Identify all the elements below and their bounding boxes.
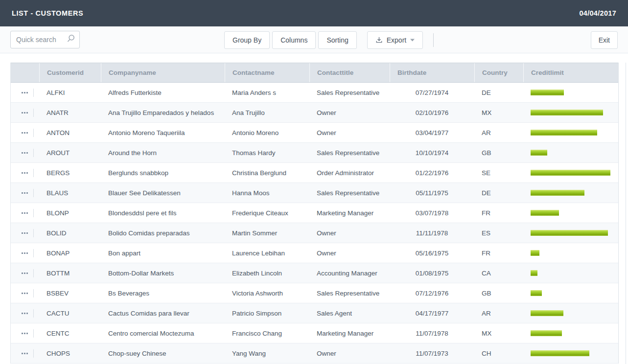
topbar: LIST - CUSTOMERS 04/04/2017 — [0, 0, 628, 26]
row-menu-ellipsis-icon[interactable] — [21, 250, 29, 257]
creditlimit-bar — [531, 290, 542, 296]
row-menu-ellipsis-icon[interactable] — [21, 290, 29, 297]
row-menu-ellipsis-icon[interactable] — [21, 330, 29, 337]
table-row[interactable]: BLONP Blondesddsl pere et fils Frederiqu… — [11, 203, 618, 223]
table-row[interactable]: BOLID Bolido Comidas preparadas Martin S… — [11, 223, 618, 243]
row-actions-cell — [11, 163, 39, 182]
creditlimit-bar — [531, 230, 608, 236]
cell-creditlimit — [523, 283, 618, 303]
cell-customerid: BOTTM — [39, 263, 101, 283]
cell-contactname: Yang Wang — [225, 343, 309, 363]
customers-grid: Customerid Companyname Contactname Conta… — [10, 63, 619, 364]
search-input[interactable] — [16, 36, 66, 44]
row-menu-ellipsis-icon[interactable] — [21, 350, 29, 357]
cell-companyname: Bon appart — [101, 243, 225, 263]
quick-search-box[interactable] — [10, 31, 80, 48]
exit-button[interactable]: Exit — [591, 31, 618, 49]
table-row[interactable]: AROUT Around the Horn Thomas Hardy Sales… — [11, 143, 618, 163]
header-birthdate[interactable]: Birthdate — [390, 63, 474, 82]
header-companyname[interactable]: Companyname — [101, 63, 225, 82]
row-menu-ellipsis-icon[interactable] — [21, 169, 29, 177]
header-country[interactable]: Country — [474, 63, 523, 82]
row-menu-ellipsis-icon[interactable] — [21, 89, 29, 96]
table-row[interactable]: CHOPS Chop-suey Chinese Yang Wang Owner … — [11, 343, 618, 364]
group-by-button[interactable]: Group By — [224, 31, 270, 49]
creditlimit-bar — [531, 150, 547, 156]
row-menu-ellipsis-icon[interactable] — [21, 310, 29, 317]
cell-contacttitle: Accounting Manager — [309, 263, 390, 283]
cell-birthdate: 07/27/1974 — [390, 83, 474, 102]
cell-creditlimit — [523, 123, 618, 142]
search-icon[interactable] — [66, 34, 75, 45]
cell-contacttitle: Owner — [309, 123, 390, 142]
columns-button[interactable]: Columns — [272, 31, 316, 49]
cell-contacttitle: Order Administrator — [309, 163, 390, 182]
row-menu-ellipsis-icon[interactable] — [21, 229, 29, 237]
cell-customerid: ANATR — [39, 103, 101, 122]
row-menu-ellipsis-icon[interactable] — [21, 149, 29, 157]
cell-creditlimit — [523, 183, 618, 203]
row-actions-cell — [11, 123, 39, 142]
table-row[interactable]: CENTC Centro comercial Moctezuma Francis… — [11, 323, 618, 343]
header-contacttitle[interactable]: Contacttitle — [309, 63, 390, 82]
table-row[interactable]: ANTON Antonio Moreno Taqueriila Antonio … — [11, 123, 618, 143]
row-actions-cell — [11, 103, 39, 122]
table-row[interactable]: BONAP Bon appart Laurence Lebihan Owner … — [11, 243, 618, 263]
header-customerid[interactable]: Customerid — [39, 63, 101, 82]
row-actions-cell — [11, 203, 39, 223]
cell-birthdate: 01/08/1975 — [390, 263, 474, 283]
table-row[interactable]: BLAUS Blauer See Delikatessen Hanna Moos… — [11, 183, 618, 203]
caret-down-icon — [410, 39, 415, 42]
cell-contacttitle: Owner — [309, 223, 390, 243]
creditlimit-bar — [531, 130, 597, 136]
cell-creditlimit — [523, 303, 618, 323]
cell-birthdate: 02/10/1976 — [390, 103, 474, 122]
row-actions-cell — [11, 283, 39, 303]
table-row[interactable]: CACTU Cactus Comidas para llevar Patrici… — [11, 303, 618, 323]
cell-contacttitle: Owner — [309, 103, 390, 122]
sorting-button[interactable]: Sorting — [318, 31, 356, 49]
cell-country: FR — [474, 203, 523, 223]
table-row[interactable]: BSBEV Bs Beverages Victoria Ashworth Sal… — [11, 283, 618, 303]
cell-customerid: BONAP — [39, 243, 101, 263]
cell-contacttitle: Sales Agent — [309, 303, 390, 323]
row-menu-ellipsis-icon[interactable] — [21, 129, 29, 136]
table-row[interactable]: BERGS Berglunds snabbkop Christina Bergl… — [11, 163, 618, 183]
row-actions-cell — [11, 303, 39, 323]
row-actions-divider — [33, 349, 34, 358]
grid-outer-border — [626, 63, 626, 364]
table-row[interactable]: ALFKI Alfreds Futterkiste Maria Anders s… — [11, 83, 618, 103]
cell-birthdate: 07/12/1976 — [390, 283, 474, 303]
row-menu-ellipsis-icon[interactable] — [21, 189, 29, 197]
cell-customerid: CENTC — [39, 323, 101, 343]
cell-creditlimit — [523, 343, 618, 363]
row-actions-divider — [33, 329, 34, 338]
cell-contactname: Patricio Simpson — [225, 303, 309, 323]
creditlimit-bar — [531, 90, 564, 95]
row-actions-divider — [33, 189, 34, 197]
export-button[interactable]: Export — [367, 31, 423, 49]
row-menu-ellipsis-icon[interactable] — [21, 109, 29, 116]
cell-customerid: AROUT — [39, 143, 101, 162]
group-by-label: Group By — [233, 36, 261, 44]
cell-customerid: ALFKI — [39, 83, 101, 102]
cell-creditlimit — [523, 143, 618, 162]
row-menu-ellipsis-icon[interactable] — [21, 209, 29, 217]
cell-contacttitle: Marketing Manager — [309, 323, 390, 343]
table-row[interactable]: BOTTM Bottom-Dollar Markets Elizabeth Li… — [11, 263, 618, 283]
header-creditlimit[interactable]: Creditlimit — [523, 63, 618, 82]
row-actions-cell — [11, 83, 39, 102]
cell-country: CA — [474, 263, 523, 283]
cell-companyname: Blauer See Delikatessen — [101, 183, 225, 203]
cell-birthdate: 11/07/1973 — [390, 343, 474, 363]
row-menu-ellipsis-icon[interactable] — [21, 270, 29, 277]
table-row[interactable]: ANATR Ana Trujillo Emparedados y helados… — [11, 103, 618, 123]
cell-country: FR — [474, 243, 523, 263]
cell-companyname: Chop-suey Chinese — [101, 343, 225, 363]
cell-companyname: Berglunds snabbkop — [101, 163, 225, 182]
header-contactname[interactable]: Contactname — [225, 63, 309, 82]
cell-country: AR — [474, 123, 523, 142]
page-title: LIST - CUSTOMERS — [12, 9, 83, 17]
creditlimit-bar — [531, 250, 539, 256]
cell-companyname: Ana Trujillo Emparedados y helados — [101, 103, 225, 122]
